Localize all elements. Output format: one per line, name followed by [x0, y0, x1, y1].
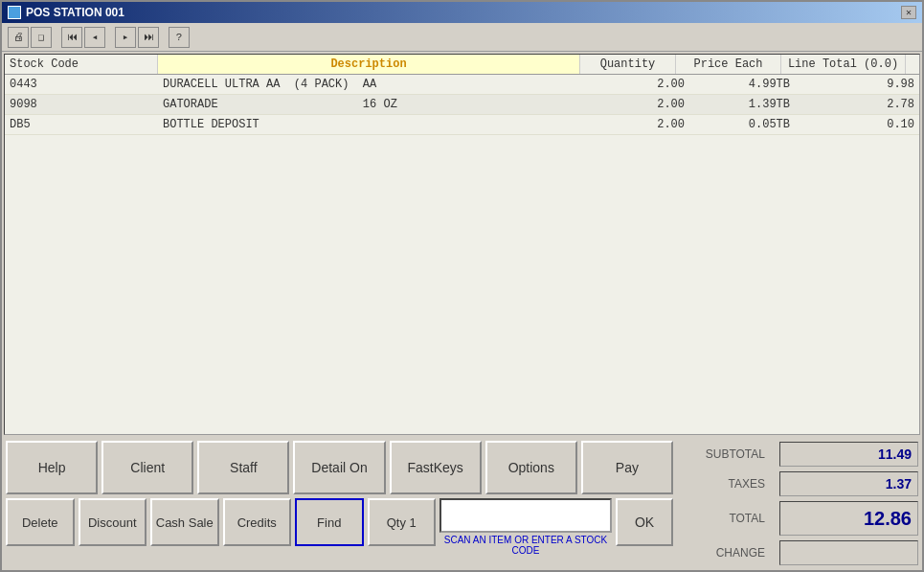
table-header: Stock Code Description Quantity Price Ea…: [5, 55, 919, 75]
qty1-button[interactable]: Qty 1: [368, 498, 437, 546]
scan-area: SCAN AN ITEM OR ENTER A STOCK CODE: [439, 498, 612, 556]
taxes-value: 1.37: [779, 471, 918, 496]
help-button[interactable]: Help: [6, 441, 98, 494]
cell-price: 4.99TB: [689, 75, 795, 94]
next-icon[interactable]: ▸: [115, 27, 136, 48]
cell-stock-code: DB5: [5, 115, 158, 134]
summary-panel: SUBTOTAL 11.49 TAXES 1.37 TOTAL 12.86 CH…: [679, 441, 918, 566]
cell-quantity: 2.00: [594, 75, 689, 94]
cell-description: BOTTLE DEPOSIT: [158, 115, 594, 134]
cell-stock-code: 0443: [5, 75, 158, 94]
taxes-row: TAXES 1.37: [679, 470, 918, 497]
first-icon[interactable]: ⏮: [61, 27, 82, 48]
header-description: Description: [158, 55, 580, 74]
fastkeys-button[interactable]: FastKeys: [390, 441, 482, 494]
staff-button[interactable]: Staff: [197, 441, 289, 494]
cell-quantity: 2.00: [594, 115, 689, 134]
cell-line-total: 2.78: [795, 95, 919, 114]
cell-description: DURACELL ULTRA AA (4 PACK) AA: [158, 75, 594, 94]
cell-description: GATORADE 16 OZ: [158, 95, 594, 114]
pay-button[interactable]: Pay: [581, 441, 673, 494]
copy-icon[interactable]: ❑: [31, 27, 52, 48]
main-action-row: Help Client Staff Detail On FastKeys Opt…: [6, 441, 673, 494]
cell-line-total: 0.10: [795, 115, 919, 134]
close-button[interactable]: ✕: [901, 6, 916, 19]
toolbar: 🖨 ❑ ⏮ ◂ ▸ ⏭ ?: [2, 23, 922, 52]
secondary-action-row: Delete Discount Cash Sale Credits Find Q…: [6, 498, 673, 556]
prev-icon[interactable]: ◂: [84, 27, 105, 48]
total-label: TOTAL: [679, 512, 765, 525]
header-price-each: Price Each: [676, 55, 781, 74]
total-row: TOTAL 12.86: [679, 500, 918, 537]
client-button[interactable]: Client: [101, 441, 193, 494]
items-table: Stock Code Description Quantity Price Ea…: [4, 54, 920, 435]
taxes-label: TAXES: [679, 477, 765, 491]
subtotal-label: SUBTOTAL: [679, 447, 765, 461]
change-label: CHANGE: [679, 546, 765, 560]
scan-input[interactable]: [439, 498, 612, 533]
find-button[interactable]: Find: [295, 498, 364, 546]
help-toolbar-icon[interactable]: ?: [169, 27, 190, 48]
table-body: 0443 DURACELL ULTRA AA (4 PACK) AA 2.00 …: [5, 75, 919, 434]
detail-on-button[interactable]: Detail On: [293, 441, 385, 494]
action-buttons: Help Client Staff Detail On FastKeys Opt…: [6, 441, 673, 566]
window-title: POS STATION 001: [26, 6, 124, 19]
cell-price: 1.39TB: [689, 95, 795, 114]
print-icon[interactable]: 🖨: [8, 27, 29, 48]
total-value: 12.86: [779, 501, 918, 536]
main-window: POS STATION 001 ✕ 🖨 ❑ ⏮ ◂ ▸ ⏭ ? Stock Co…: [0, 0, 924, 572]
header-quantity: Quantity: [580, 55, 676, 74]
change-row: CHANGE: [679, 539, 918, 566]
title-bar: POS STATION 001 ✕: [2, 2, 922, 23]
discount-button[interactable]: Discount: [79, 498, 147, 546]
cell-quantity: 2.00: [594, 95, 689, 114]
cash-sale-button[interactable]: Cash Sale: [150, 498, 219, 546]
credits-button[interactable]: Credits: [223, 498, 292, 546]
window-icon: [8, 6, 21, 19]
cell-stock-code: 9098: [5, 95, 158, 114]
last-icon[interactable]: ⏭: [138, 27, 159, 48]
summary-and-buttons: Help Client Staff Detail On FastKeys Opt…: [6, 441, 918, 566]
subtotal-row: SUBTOTAL 11.49: [679, 441, 918, 468]
subtotal-value: 11.49: [779, 442, 918, 467]
table-row: DB5 BOTTLE DEPOSIT 2.00 0.05TB 0.10: [5, 115, 919, 135]
bottom-area: Help Client Staff Detail On FastKeys Opt…: [2, 437, 922, 570]
content-area: Stock Code Description Quantity Price Ea…: [2, 52, 922, 570]
header-stock-code: Stock Code: [5, 55, 158, 74]
change-value: [779, 540, 918, 565]
scan-label: SCAN AN ITEM OR ENTER A STOCK CODE: [439, 535, 612, 556]
delete-button[interactable]: Delete: [6, 498, 75, 546]
cell-price: 0.05TB: [689, 115, 795, 134]
ok-button[interactable]: OK: [616, 498, 673, 546]
table-row: 9098 GATORADE 16 OZ 2.00 1.39TB 2.78: [5, 95, 919, 115]
table-row: 0443 DURACELL ULTRA AA (4 PACK) AA 2.00 …: [5, 75, 919, 95]
options-button[interactable]: Options: [485, 441, 577, 494]
cell-line-total: 9.98: [795, 75, 919, 94]
header-line-total: Line Total (0.0): [781, 55, 906, 74]
